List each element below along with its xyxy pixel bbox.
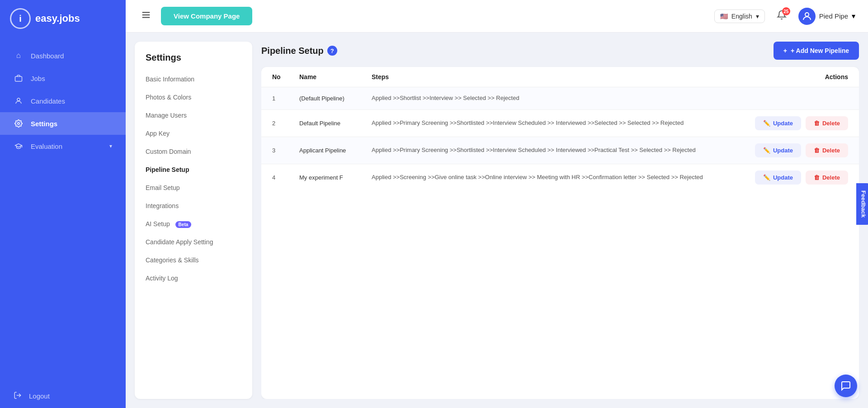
update-button[interactable]: ✏️ Update bbox=[755, 116, 801, 130]
trash-icon: 🗑 bbox=[814, 120, 820, 127]
col-actions: Actions bbox=[758, 73, 848, 81]
svg-rect-0 bbox=[15, 76, 22, 81]
trash-icon: 🗑 bbox=[814, 147, 820, 154]
svg-point-2 bbox=[18, 123, 20, 125]
lang-chevron-icon: ▾ bbox=[756, 13, 759, 20]
settings-menu-categories-skills[interactable]: Categories & Skills bbox=[135, 251, 252, 269]
settings-menu-email-setup[interactable]: Email Setup bbox=[135, 179, 252, 197]
pipeline-table: No Name Steps Actions 1 (Default Pipelin… bbox=[261, 67, 859, 399]
row-steps: Applied >>Primary Screening >>Shortliste… bbox=[372, 119, 758, 128]
flag-icon: 🇺🇸 bbox=[720, 13, 728, 20]
sidebar: i easy.jobs ⌂ Dashboard Jobs Candidates … bbox=[0, 0, 126, 408]
table-header: No Name Steps Actions bbox=[261, 67, 859, 87]
language-label: English bbox=[731, 13, 752, 20]
add-icon: + bbox=[783, 47, 787, 54]
sidebar-item-label: Jobs bbox=[31, 75, 45, 82]
update-button[interactable]: ✏️ Update bbox=[755, 143, 801, 157]
settings-menu-candidate-apply[interactable]: Candidate Apply Setting bbox=[135, 233, 252, 251]
table-row: 3 Applicant Pipeline Applied >>Primary S… bbox=[261, 137, 859, 164]
settings-panel-title: Settings bbox=[135, 52, 252, 70]
row-actions: ✏️ Update 🗑 Delete bbox=[758, 143, 848, 157]
settings-menu-photos-colors[interactable]: Photos & Colors bbox=[135, 88, 252, 106]
settings-menu-ai-setup[interactable]: AI Setup Beta bbox=[135, 215, 252, 233]
settings-menu-manage-users[interactable]: Manage Users bbox=[135, 106, 252, 124]
svg-point-1 bbox=[17, 98, 20, 101]
sidebar-item-candidates[interactable]: Candidates bbox=[0, 90, 126, 112]
notification-badge: 25 bbox=[782, 7, 790, 15]
settings-menu-basic-info[interactable]: Basic Information bbox=[135, 70, 252, 88]
avatar bbox=[798, 8, 816, 25]
evaluation-icon bbox=[14, 141, 24, 151]
table-row: 4 My experiment F Applied >>Screening >>… bbox=[261, 164, 859, 191]
settings-panel: Settings Basic Information Photos & Colo… bbox=[135, 42, 252, 399]
row-no: 4 bbox=[272, 174, 299, 181]
sidebar-item-settings[interactable]: Settings bbox=[0, 112, 126, 135]
user-menu[interactable]: Pied Pipe ▾ bbox=[798, 8, 855, 25]
add-pipeline-label: + Add New Pipeline bbox=[791, 47, 849, 54]
main-area: View Company Page 🇺🇸 English ▾ 25 Pied P… bbox=[126, 0, 868, 408]
delete-button[interactable]: 🗑 Delete bbox=[806, 143, 848, 157]
sidebar-item-dashboard[interactable]: ⌂ Dashboard bbox=[0, 44, 126, 67]
settings-icon bbox=[14, 119, 24, 128]
sidebar-nav: ⌂ Dashboard Jobs Candidates Settings E bbox=[0, 37, 126, 384]
menu-button[interactable] bbox=[138, 7, 154, 25]
settings-menu-custom-domain[interactable]: Custom Domain bbox=[135, 142, 252, 161]
beta-badge: Beta bbox=[175, 221, 192, 228]
row-steps: Applied >>Shortlist >>Interview >> Selec… bbox=[372, 94, 758, 103]
sidebar-item-label: Evaluation bbox=[31, 142, 62, 150]
row-no: 2 bbox=[272, 120, 299, 127]
sidebar-logout[interactable]: Logout bbox=[0, 384, 126, 408]
candidates-icon bbox=[14, 96, 24, 106]
settings-menu-pipeline-setup[interactable]: Pipeline Setup bbox=[135, 161, 252, 179]
header: View Company Page 🇺🇸 English ▾ 25 Pied P… bbox=[126, 0, 868, 33]
row-actions: ✏️ Update 🗑 Delete bbox=[758, 171, 848, 185]
sidebar-item-label: Settings bbox=[31, 120, 57, 128]
feedback-tab[interactable]: Feedback bbox=[857, 183, 868, 225]
dashboard-icon: ⌂ bbox=[14, 51, 24, 61]
notifications-button[interactable]: 25 bbox=[772, 7, 791, 25]
logout-label: Logout bbox=[29, 392, 50, 400]
edit-icon: ✏️ bbox=[763, 147, 770, 154]
logo-text: easy.jobs bbox=[35, 13, 80, 24]
sidebar-item-jobs[interactable]: Jobs bbox=[0, 67, 126, 90]
content-area: Settings Basic Information Photos & Colo… bbox=[126, 33, 868, 408]
col-name: Name bbox=[299, 73, 372, 81]
table-row: 1 (Default Pipeline) Applied >>Shortlist… bbox=[261, 87, 859, 110]
row-actions: ✏️ Update 🗑 Delete bbox=[758, 116, 848, 130]
chat-button[interactable] bbox=[835, 375, 857, 397]
row-name: Default Pipeline bbox=[299, 120, 372, 127]
trash-icon: 🗑 bbox=[814, 174, 820, 181]
row-name: Applicant Pipeline bbox=[299, 147, 372, 154]
logo-icon: i bbox=[10, 8, 31, 29]
evaluation-chevron-icon: ▾ bbox=[109, 143, 112, 149]
language-selector[interactable]: 🇺🇸 English ▾ bbox=[714, 9, 765, 23]
table-row: 2 Default Pipeline Applied >>Primary Scr… bbox=[261, 110, 859, 137]
pipeline-title: Pipeline Setup bbox=[261, 46, 324, 56]
col-steps: Steps bbox=[372, 73, 758, 81]
view-company-button[interactable]: View Company Page bbox=[161, 7, 252, 25]
row-name: (Default Pipeline) bbox=[299, 95, 372, 102]
update-button[interactable]: ✏️ Update bbox=[755, 171, 801, 185]
user-chevron-icon: ▾ bbox=[852, 12, 855, 20]
row-steps: Applied >>Screening >>Give online task >… bbox=[372, 173, 758, 182]
delete-button[interactable]: 🗑 Delete bbox=[806, 116, 848, 130]
sidebar-logo: i easy.jobs bbox=[0, 0, 126, 37]
edit-icon: ✏️ bbox=[763, 120, 770, 127]
row-no: 1 bbox=[272, 95, 299, 102]
settings-menu-app-key[interactable]: App Key bbox=[135, 124, 252, 142]
delete-button[interactable]: 🗑 Delete bbox=[806, 171, 848, 185]
add-pipeline-button[interactable]: + + Add New Pipeline bbox=[774, 42, 859, 60]
row-steps: Applied >>Primary Screening >>Shortliste… bbox=[372, 146, 758, 155]
help-icon[interactable]: ? bbox=[327, 46, 337, 56]
svg-point-7 bbox=[805, 13, 809, 16]
col-no: No bbox=[272, 73, 299, 81]
pipeline-header: Pipeline Setup ? + + Add New Pipeline bbox=[261, 42, 859, 60]
sidebar-item-label: Candidates bbox=[31, 97, 65, 105]
sidebar-item-label: Dashboard bbox=[31, 52, 64, 60]
settings-menu-activity-log[interactable]: Activity Log bbox=[135, 269, 252, 287]
settings-menu-integrations[interactable]: Integrations bbox=[135, 197, 252, 215]
row-no: 3 bbox=[272, 147, 299, 154]
sidebar-item-evaluation[interactable]: Evaluation ▾ bbox=[0, 135, 126, 157]
logout-icon bbox=[14, 391, 22, 401]
user-name: Pied Pipe bbox=[819, 12, 848, 20]
